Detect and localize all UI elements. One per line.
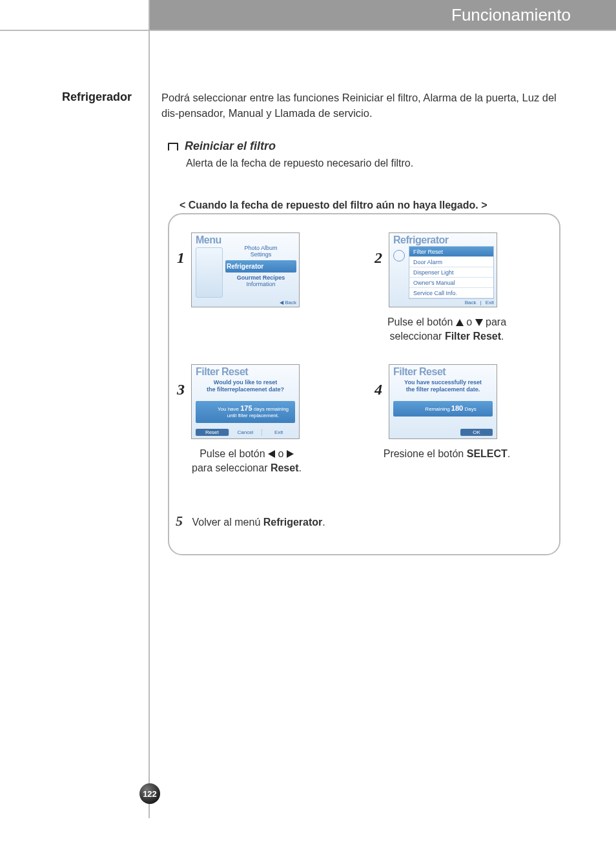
step-number-1: 1 — [177, 249, 185, 267]
screen4-banner: Remaining 180 Days — [393, 401, 493, 417]
vertical-divider — [149, 0, 150, 818]
settings-circle-icon — [393, 250, 405, 262]
list-row: Dispenser Light — [409, 267, 493, 278]
step-number-2: 2 — [375, 249, 382, 267]
scenario-heading: < Cuando la fecha de repuesto del filtro… — [180, 200, 488, 211]
triangle-right-icon — [287, 450, 294, 458]
header-tab-blank — [0, 0, 149, 30]
fridge-graphic — [196, 247, 223, 298]
screen1-title: Menu — [192, 233, 299, 246]
screen-step-3: Filter Reset Would you like to resetthe … — [191, 364, 300, 439]
caption-step-4: Presione el botón SELECT. — [363, 447, 531, 461]
screen2-bottom-nav: Back | Exit — [409, 300, 494, 305]
nav-exit: Exit — [486, 300, 494, 305]
menu-item: Information — [225, 281, 296, 287]
list-row: Service Call Info. — [409, 288, 493, 298]
screen3-message: Would you like to resetthe filterreplace… — [196, 379, 295, 393]
caption-step-2: Pulse el botón o para seleccionar Filter… — [363, 315, 531, 343]
screen2-list: Filter Reset Door Alarm Dispenser Light … — [409, 246, 494, 299]
btn-cancel: Cancel — [229, 429, 262, 436]
screen4-title: Filter Reset — [389, 365, 497, 378]
btn-ok: OK — [460, 429, 493, 436]
screen-step-1: Menu Photo Album Settings Refrigerator G… — [191, 232, 300, 307]
screen3-buttons: Reset Cancel Exit — [196, 429, 295, 436]
btn-reset: Reset — [196, 429, 229, 436]
menu-item: Gourmet Recipes — [225, 274, 296, 281]
screen1-menu-list: Photo Album Settings Refrigerator Gourme… — [225, 245, 296, 287]
step-5-row: 5 Volver al menú Refrigerator. — [176, 513, 325, 530]
menu-item: Photo Album — [225, 245, 296, 251]
screen-step-4: Filter Reset You have successfully reset… — [389, 364, 497, 439]
step-number-4: 4 — [375, 381, 382, 398]
screen3-title: Filter Reset — [192, 365, 299, 378]
page-number-badge: 122 — [139, 783, 160, 804]
intro-paragraph: Podrá seleccionar entre las funciones Re… — [161, 90, 562, 121]
btn-exit: Exit — [262, 429, 295, 436]
step-number-5: 5 — [176, 513, 183, 529]
menu-item: Settings — [225, 251, 296, 258]
steps-container: 1 Menu Photo Album Settings Refrigerator… — [168, 213, 560, 555]
list-row-selected: Filter Reset — [409, 247, 493, 257]
subsection-title: Reiniciar el filtro — [185, 139, 276, 153]
list-row: Door Alarm — [409, 257, 493, 267]
screen3-banner: You have 175 days remaininguntil filter … — [196, 401, 295, 423]
screen2-title: Refrigerator — [389, 233, 497, 246]
caption-step-3: Pulse el botón o para seleccionar Reset. — [163, 447, 331, 475]
subsection-description: Alerta de la fecha de repuesto necesario… — [186, 158, 413, 169]
book-icon — [168, 143, 178, 150]
page-header-title: Funcionamiento — [150, 0, 616, 30]
screen4-buttons: OK — [393, 429, 493, 436]
screen4-message: You have successfully resetthe filter re… — [393, 379, 493, 393]
list-row: Owner's Manual — [409, 278, 493, 288]
subsection-heading-row: Reiniciar el filtro — [168, 139, 276, 153]
nav-back: Back — [465, 300, 477, 305]
triangle-up-icon — [456, 319, 464, 326]
menu-item-selected: Refrigerator — [225, 260, 296, 273]
header-bar: Funcionamiento — [0, 0, 616, 31]
screen-step-2: Refrigerator Filter Reset Door Alarm Dis… — [389, 232, 497, 307]
triangle-down-icon — [475, 319, 483, 326]
sidebar-heading: Refrigerador — [62, 90, 132, 104]
step-number-3: 3 — [177, 381, 185, 398]
screen1-back-label: ◀ Back — [280, 300, 296, 305]
triangle-left-icon — [268, 450, 275, 458]
